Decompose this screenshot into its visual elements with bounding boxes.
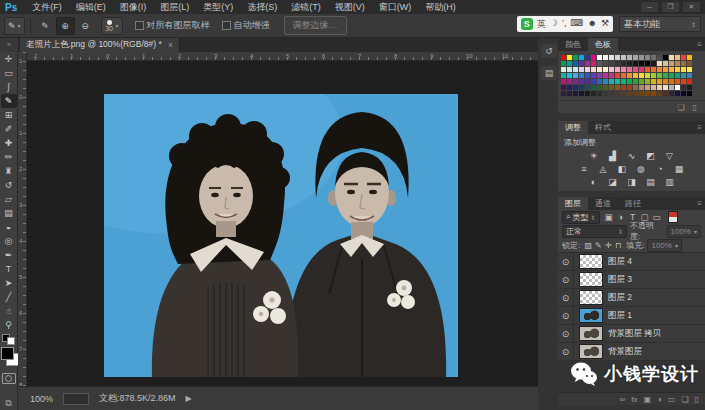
color-swatch[interactable]: [651, 61, 656, 66]
color-swatch[interactable]: [687, 79, 692, 84]
status-field[interactable]: [63, 393, 89, 405]
ime-toolbar[interactable]: S 英☽’,⌨☻⚒: [517, 16, 613, 32]
document-tab[interactable]: 老照片上色.png @ 100%(RGB/8#) * ×: [20, 38, 180, 52]
color-swatch[interactable]: [651, 55, 656, 60]
color-swatch[interactable]: [627, 67, 632, 72]
color-swatch[interactable]: [645, 91, 650, 96]
layer-row[interactable]: ⊙图层 1: [558, 307, 705, 325]
layer-thumbnail[interactable]: [579, 272, 603, 287]
color-swatch[interactable]: [657, 73, 662, 78]
color-swatch[interactable]: [657, 85, 662, 90]
color-swatch[interactable]: [573, 91, 578, 96]
color-swatch[interactable]: [663, 85, 668, 90]
close-tab-icon[interactable]: ×: [168, 40, 173, 50]
opacity-select[interactable]: 100% ▾: [667, 225, 701, 238]
blur-tool[interactable]: ◒: [1, 220, 17, 234]
dodge-tool[interactable]: ◎: [1, 234, 17, 248]
lock-position-icon[interactable]: ✛: [603, 241, 613, 250]
color-swatch[interactable]: [609, 91, 614, 96]
color-swatch[interactable]: [651, 85, 656, 90]
gradient-tool[interactable]: ▤: [1, 206, 17, 220]
color-swatch[interactable]: [651, 79, 656, 84]
color-swatch[interactable]: [603, 55, 608, 60]
color-swatch[interactable]: [579, 91, 584, 96]
color-swatch[interactable]: [681, 55, 686, 60]
color-lookup-icon[interactable]: ▦: [673, 163, 686, 174]
color-swatch[interactable]: [621, 73, 626, 78]
gradient-map-icon[interactable]: ▤: [644, 176, 657, 187]
color-swatch[interactable]: [681, 67, 686, 72]
swatches-tab-颜色[interactable]: 颜色: [558, 38, 588, 51]
eraser-tool[interactable]: ▱: [1, 192, 17, 206]
menu-item-窗口(W)[interactable]: 窗口(W): [372, 1, 419, 14]
threshold-icon[interactable]: ◨: [625, 176, 638, 187]
color-swatch[interactable]: [591, 73, 596, 78]
layers-menu-icon[interactable]: ≡: [697, 199, 702, 208]
hue-saturation-icon[interactable]: ≡: [578, 163, 591, 174]
brush-size-picker[interactable]: 30 ▾: [101, 17, 123, 35]
color-swatch[interactable]: [579, 55, 584, 60]
close-button[interactable]: ✕: [682, 1, 701, 13]
color-swatch[interactable]: [657, 79, 662, 84]
color-swatch[interactable]: [675, 85, 680, 90]
color-swatch[interactable]: [591, 79, 596, 84]
color-swatch[interactable]: [663, 73, 668, 78]
color-swatch[interactable]: [561, 91, 566, 96]
minimize-button[interactable]: ─: [640, 1, 659, 13]
layers-tab-通道[interactable]: 通道: [588, 197, 618, 210]
color-swatch[interactable]: [591, 61, 596, 66]
sample-all-layers-checkbox[interactable]: [135, 21, 144, 30]
lasso-tool[interactable]: ʃ: [1, 80, 17, 94]
menu-item-帮助(H)[interactable]: 帮助(H): [418, 1, 463, 14]
color-swatch[interactable]: [609, 73, 614, 78]
color-swatch[interactable]: [561, 73, 566, 78]
color-swatch[interactable]: [561, 67, 566, 72]
properties-panel-icon[interactable]: ▤: [541, 66, 557, 80]
color-swatch[interactable]: [663, 79, 668, 84]
color-swatch[interactable]: [639, 73, 644, 78]
color-swatch[interactable]: [603, 79, 608, 84]
color-swatch[interactable]: [615, 79, 620, 84]
color-swatch[interactable]: [627, 85, 632, 90]
color-swatch[interactable]: [669, 85, 674, 90]
color-swatch[interactable]: [687, 61, 692, 66]
color-swatch[interactable]: [621, 79, 626, 84]
eyedropper-tool[interactable]: ✐: [1, 122, 17, 136]
color-swatch[interactable]: [573, 73, 578, 78]
color-swatch[interactable]: [567, 67, 572, 72]
layer-style-icon[interactable]: fx: [631, 395, 637, 404]
layer-row[interactable]: ⊙图层 3: [558, 271, 705, 289]
color-swatch[interactable]: [597, 91, 602, 96]
color-swatch[interactable]: [621, 67, 626, 72]
color-swatch[interactable]: [585, 79, 590, 84]
workspace-switcher[interactable]: 基本功能 ⇕: [619, 16, 701, 32]
color-swatch[interactable]: [615, 61, 620, 66]
color-swatch[interactable]: [621, 61, 626, 66]
color-swatch[interactable]: [633, 85, 638, 90]
layer-visibility-eye-icon[interactable]: ⊙: [558, 271, 574, 288]
color-swatch[interactable]: [675, 67, 680, 72]
color-swatch[interactable]: [615, 91, 620, 96]
layers-tab-图层[interactable]: 图层: [558, 197, 588, 210]
adjustments-tab-样式[interactable]: 样式: [588, 121, 618, 134]
color-swatch[interactable]: [657, 55, 662, 60]
color-swatch[interactable]: [687, 73, 692, 78]
brush-tool[interactable]: ✏: [1, 150, 17, 164]
color-balance-icon[interactable]: ◬: [597, 163, 610, 174]
color-swatch[interactable]: [681, 61, 686, 66]
move-tool[interactable]: ✛: [1, 52, 17, 66]
color-swatch[interactable]: [585, 73, 590, 78]
color-swatch[interactable]: [633, 73, 638, 78]
crop-tool[interactable]: ⊞: [1, 108, 17, 122]
color-swatch[interactable]: [567, 79, 572, 84]
color-swatch[interactable]: [561, 61, 566, 66]
color-swatch[interactable]: [639, 55, 644, 60]
path-selection-tool[interactable]: ➤: [1, 276, 17, 290]
color-swatch[interactable]: [573, 79, 578, 84]
new-layer-icon[interactable]: ❏: [681, 395, 688, 404]
photo-filter-icon[interactable]: ◍: [635, 163, 648, 174]
ime-mode-label[interactable]: 英: [537, 18, 546, 31]
maximize-button[interactable]: ❐: [661, 1, 680, 13]
ime-user-icon[interactable]: ☻: [587, 18, 596, 31]
color-swatch[interactable]: [663, 91, 668, 96]
